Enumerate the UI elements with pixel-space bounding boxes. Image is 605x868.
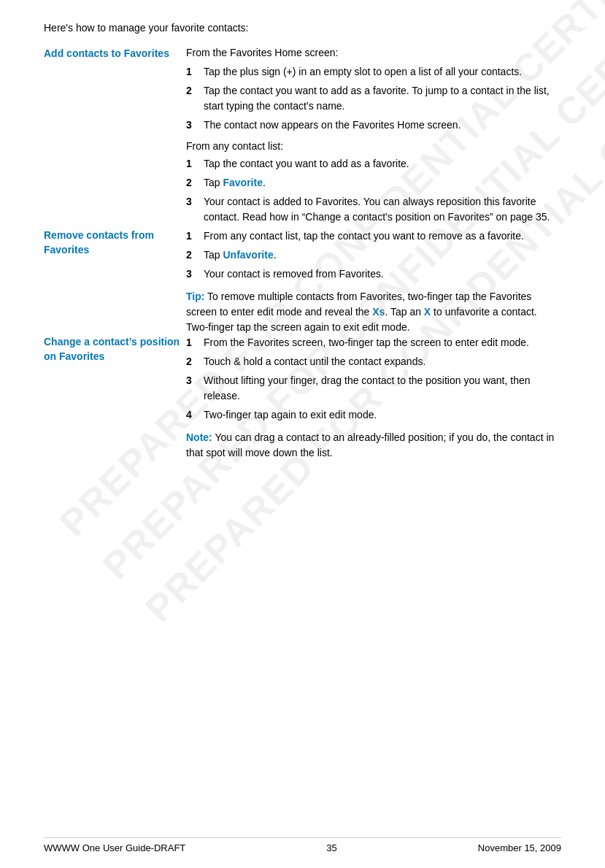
- footer-center: 35: [326, 842, 336, 853]
- intro-text: Here's how to manage your favorite conta…: [44, 22, 561, 34]
- change-step-2: Touch & hold a contact until the contact…: [204, 354, 425, 369]
- list-item: 3 Your contact is removed from Favorites…: [186, 266, 561, 282]
- section-change-position: Change a contact’s position on Favorites…: [44, 335, 561, 461]
- change-step-4: Two-finger tap again to exit edit mode.: [204, 407, 377, 423]
- home-step-3: The contact now appears on the Favorites…: [204, 118, 461, 133]
- list-item: 4 Two-finger tap again to exit edit mode…: [186, 407, 561, 423]
- add-contacts-label-cell: Add contacts to Favorites: [44, 47, 186, 228]
- from-home-intro: From the Favorites Home screen:: [186, 47, 561, 58]
- change-position-label-cell: Change a contact’s position on Favorites: [44, 335, 186, 461]
- list-steps-list: 1 Tap the contact you want to add as a f…: [186, 156, 561, 225]
- list-item: 2 Touch & hold a contact until the conta…: [186, 354, 561, 369]
- list-item: 1 Tap the contact you want to add as a f…: [186, 156, 561, 172]
- remove-contacts-content: 1 From any contact list, tap the contact…: [186, 228, 561, 335]
- list-item: 2 Tap Unfavorite.: [186, 247, 561, 263]
- list-step-2: Tap Favorite.: [204, 175, 266, 191]
- list-item: 1 Tap the plus sign (+) in an empty slot…: [186, 64, 561, 80]
- list-step-3: Your contact is added to Favorites. You …: [204, 194, 561, 225]
- home-steps-list: 1 Tap the plus sign (+) in an empty slot…: [186, 64, 561, 133]
- list-item: 1 From the Favorites screen, two-finger …: [186, 335, 561, 350]
- add-contacts-content: From the Favorites Home screen: 1 Tap th…: [186, 47, 561, 228]
- remove-contacts-label: Remove contacts from Favorites: [44, 229, 154, 256]
- section-add-contacts: Add contacts to Favorites From the Favor…: [44, 47, 561, 228]
- footer: WWWW One User Guide-DRAFT 35 November 15…: [44, 837, 561, 853]
- add-contacts-label: Add contacts to Favorites: [44, 47, 169, 59]
- remove-contacts-label-cell: Remove contacts from Favorites: [44, 228, 186, 335]
- change-position-label: Change a contact’s position on Favorites: [44, 336, 180, 362]
- favorite-highlight: Favorite: [223, 177, 262, 188]
- note-text: You can drag a contact to an already-fil…: [186, 431, 554, 458]
- change-step-3: Without lifting your finger, drag the co…: [204, 373, 561, 404]
- change-steps-list: 1 From the Favorites screen, two-finger …: [186, 335, 561, 423]
- unfavorite-highlight: Unfavorite: [223, 249, 273, 261]
- page: PREPARED FOR CONFIDENTIAL CERTIFICATION …: [0, 0, 605, 868]
- note-block: Note: You can drag a contact to an alrea…: [186, 430, 561, 461]
- remove-step-1: From any contact list, tap the contact y…: [204, 228, 524, 244]
- home-step-2: Tap the contact you want to add as a fav…: [204, 83, 561, 114]
- x-highlight: X: [424, 306, 431, 318]
- list-item: 3 Your contact is added to Favorites. Yo…: [186, 194, 561, 225]
- home-step-1: Tap the plus sign (+) in an empty slot t…: [204, 64, 522, 80]
- xs-highlight: Xs: [372, 306, 385, 318]
- footer-right: November 15, 2009: [478, 842, 561, 853]
- tip-label: Tip:: [186, 291, 204, 302]
- change-position-content: 1 From the Favorites screen, two-finger …: [186, 335, 561, 461]
- content-table: Add contacts to Favorites From the Favor…: [44, 47, 561, 461]
- remove-step-3: Your contact is removed from Favorites.: [204, 266, 384, 282]
- list-item: 3 The contact now appears on the Favorit…: [186, 118, 561, 133]
- tip-block: Tip: To remove multiple contacts from Fa…: [186, 289, 561, 335]
- list-step-1: Tap the contact you want to add as a fav…: [204, 156, 409, 172]
- section-remove-contacts: Remove contacts from Favorites 1 From an…: [44, 228, 561, 335]
- change-step-1: From the Favorites screen, two-finger ta…: [204, 335, 529, 350]
- tip-text2: . Tap an: [385, 306, 423, 318]
- remove-step-2: Tap Unfavorite.: [204, 247, 277, 263]
- remove-steps-list: 1 From any contact list, tap the contact…: [186, 228, 561, 282]
- footer-left: WWWW One User Guide-DRAFT: [44, 842, 185, 853]
- list-item: 2 Tap the contact you want to add as a f…: [186, 83, 561, 114]
- list-item: 2 Tap Favorite.: [186, 175, 561, 191]
- list-item: 1 From any contact list, tap the contact…: [186, 228, 561, 244]
- from-list-intro: From any contact list:: [186, 140, 561, 152]
- list-item: 3 Without lifting your finger, drag the …: [186, 373, 561, 404]
- note-label: Note:: [186, 431, 212, 443]
